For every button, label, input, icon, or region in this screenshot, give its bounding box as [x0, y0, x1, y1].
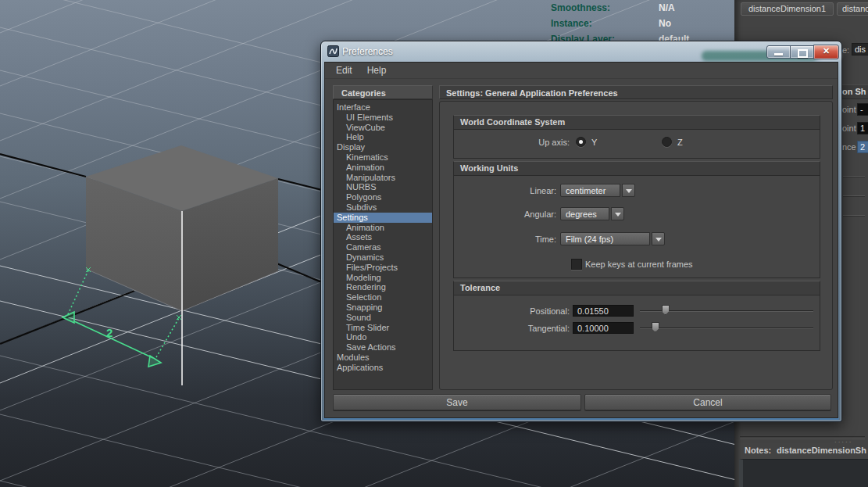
positional-slider-thumb[interactable]: [662, 305, 670, 315]
up-axis-y-label: Y: [591, 138, 597, 147]
maximize-button[interactable]: [790, 45, 814, 59]
linear-dropdown[interactable]: centimeter: [560, 184, 635, 197]
category-item-applications[interactable]: Applications: [334, 363, 432, 373]
group-header: World Coordinate System: [453, 115, 820, 130]
hud-value: N/A: [659, 2, 675, 13]
group-world-coordinate-system: World Coordinate System Up axis: Y Z: [453, 115, 820, 159]
time-dropdown[interactable]: Film (24 fps): [560, 232, 665, 245]
up-axis-y-radio[interactable]: [576, 137, 586, 147]
tangential-slider[interactable]: [640, 322, 813, 334]
category-item-display[interactable]: Display: [334, 142, 432, 152]
menu-bar: Edit Help: [325, 63, 838, 79]
category-item-selection[interactable]: Selection: [334, 292, 432, 303]
attribute-label-fragment: oint: [842, 124, 856, 133]
category-item-help[interactable]: Help: [334, 132, 432, 142]
category-item-assets[interactable]: Assets: [334, 232, 432, 242]
tangential-label: Tangential:: [454, 324, 570, 333]
category-item-undo[interactable]: Undo: [334, 332, 432, 342]
attribute-value-field[interactable]: 2: [857, 141, 868, 153]
time-label: Time:: [454, 235, 556, 244]
chevron-down-icon[interactable]: [622, 184, 635, 197]
category-item-manipulators[interactable]: Manipulators: [334, 173, 432, 183]
category-item-subdivs[interactable]: Subdivs: [334, 202, 432, 213]
category-item-viewcube[interactable]: ViewCube: [334, 123, 432, 133]
dimension-value-label: 2: [106, 326, 113, 339]
up-axis-option-z: Z: [662, 137, 683, 147]
category-item-nurbs[interactable]: NURBS: [334, 182, 432, 192]
group-working-units: Working Units Linear: centimeter Angular…: [453, 161, 820, 278]
collapsed-section-bar[interactable]: [843, 215, 865, 217]
collapsed-section-bar[interactable]: [843, 176, 865, 177]
notes-object-name: distanceDimensionSh: [777, 446, 868, 455]
angular-dropdown[interactable]: degrees: [560, 207, 624, 220]
tab-distance-shape[interactable]: distance: [837, 2, 868, 16]
category-item-modeling[interactable]: Modeling: [334, 273, 432, 283]
attribute-value-field[interactable]: 1: [857, 122, 868, 134]
cancel-button[interactable]: Cancel: [584, 394, 831, 410]
window-title: Preferences: [342, 46, 393, 57]
chevron-down-icon[interactable]: [611, 207, 624, 220]
category-item-save-actions[interactable]: Save Actions: [334, 342, 432, 353]
positional-field[interactable]: 0.01550: [573, 305, 634, 317]
minimize-button[interactable]: [766, 45, 791, 59]
tab-distance-dimension1[interactable]: distanceDimension1: [741, 2, 834, 16]
angular-dropdown-value[interactable]: degrees: [560, 207, 609, 220]
time-dropdown-value[interactable]: Film (24 fps): [560, 232, 650, 245]
category-item-time-slider[interactable]: Time Slider: [334, 323, 432, 333]
maya-app-icon: [327, 45, 339, 57]
settings-content: World Coordinate System Up axis: Y Z Wor…: [439, 101, 833, 390]
close-button[interactable]: ✕: [813, 45, 839, 59]
category-item-snapping[interactable]: Snapping: [334, 303, 432, 313]
category-item-cameras[interactable]: Cameras: [334, 242, 432, 252]
minimize-icon: [774, 53, 783, 56]
category-item-animation[interactable]: Animation: [334, 223, 432, 233]
menu-help[interactable]: Help: [367, 65, 387, 76]
attribute-label-fragment: oint: [842, 105, 856, 114]
positional-label: Positional:: [454, 306, 570, 316]
group-tolerance: Tolerance Positional: 0.01550 Tangential…: [453, 281, 820, 351]
attribute-label-fragment: nce: [842, 142, 856, 152]
drag-handle-dots[interactable]: ·····: [834, 439, 852, 446]
maximize-icon: [798, 49, 808, 58]
category-item-ui-elements[interactable]: UI Elements: [334, 113, 432, 123]
angular-label: Angular:: [454, 209, 556, 219]
slider-track: [640, 328, 813, 328]
categories-list[interactable]: InterfaceUI ElementsViewCubeHelpDisplayK…: [333, 99, 433, 390]
category-item-kinematics[interactable]: Kinematics: [334, 152, 432, 163]
group-header: Working Units: [453, 161, 820, 176]
linear-dropdown-value[interactable]: centimeter: [560, 184, 620, 197]
category-item-sound[interactable]: Sound: [334, 313, 432, 323]
category-item-interface[interactable]: Interface: [334, 102, 432, 113]
name-field-label-fragment: e:: [842, 45, 849, 55]
category-item-modules[interactable]: Modules: [334, 353, 432, 363]
hud-label: Instance:: [551, 18, 592, 29]
shape-section-header-text: on Sh: [842, 87, 866, 96]
menu-edit[interactable]: Edit: [336, 65, 352, 76]
name-field[interactable]: dis: [852, 43, 868, 56]
category-item-settings[interactable]: Settings: [334, 213, 432, 223]
category-item-polygons[interactable]: Polygons: [334, 192, 432, 202]
category-item-animation[interactable]: Animation: [334, 163, 432, 173]
tangential-field[interactable]: 0.10000: [573, 322, 634, 334]
tangential-slider-thumb[interactable]: [652, 322, 659, 332]
chevron-down-icon[interactable]: [652, 232, 665, 245]
notes-label: Notes:: [745, 446, 771, 455]
up-axis-option-y: Y: [576, 137, 597, 147]
positional-slider[interactable]: [640, 305, 813, 317]
category-item-files-projects[interactable]: Files/Projects: [334, 263, 432, 273]
dialog-client-area: Edit Help Categories InterfaceUI Element…: [324, 62, 838, 418]
up-axis-label: Up axis:: [454, 138, 570, 147]
linear-label: Linear:: [454, 186, 556, 195]
collapsed-section-bar[interactable]: [843, 195, 865, 197]
settings-page-title: Settings: General Application Preference…: [439, 85, 833, 99]
save-button[interactable]: Save: [333, 394, 581, 410]
attribute-value-field[interactable]: -: [857, 103, 868, 116]
up-axis-z-radio[interactable]: [662, 137, 672, 147]
preferences-window: Preferences ✕ Edit Help Categories Inter…: [320, 41, 842, 422]
notes-text-area[interactable]: [739, 459, 868, 487]
category-item-rendering[interactable]: Rendering: [334, 282, 432, 292]
keep-keys-checkbox[interactable]: [571, 259, 582, 270]
categories-header: Categories: [333, 85, 433, 99]
hud-label: Smoothness:: [551, 2, 610, 13]
category-item-dynamics[interactable]: Dynamics: [334, 252, 432, 263]
